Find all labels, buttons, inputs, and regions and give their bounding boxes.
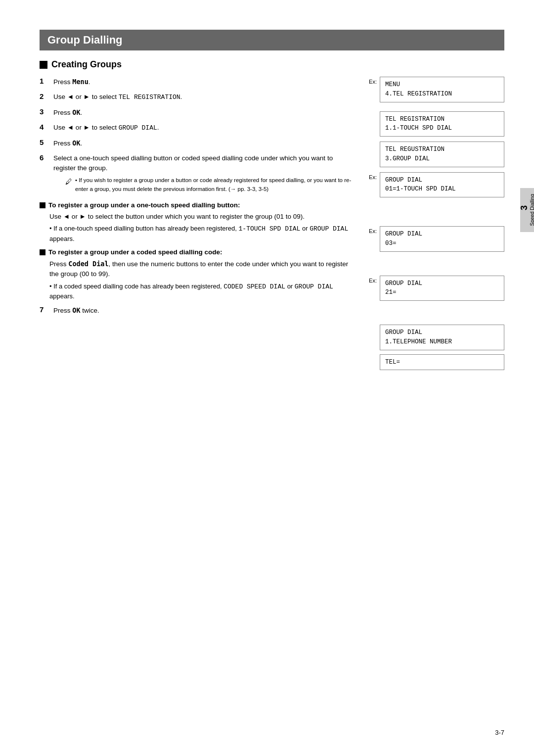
- lcd-3-row: TEL REGUSTRATION 3.GROUP DIAL: [380, 142, 504, 167]
- step-5: 5 Press OK.: [40, 138, 356, 148]
- step-7-content: Press OK twice.: [53, 305, 356, 316]
- note-text: • If you wish to register a group under …: [75, 176, 356, 193]
- subsection-2-code-1: CODED SPEED DIAL: [223, 283, 285, 290]
- step-6-text: Select a one-touch speed dialling button…: [53, 154, 333, 172]
- step-6-content: Select a one-touch speed dialling button…: [53, 153, 356, 196]
- step-2-code: TEL REGISTRATION: [119, 94, 180, 101]
- chapter-tab: 3 Speed Dialling: [520, 188, 534, 232]
- subsection-2-title: To register a group under a coded speed …: [48, 248, 222, 256]
- sub-square-2-icon: [40, 249, 45, 255]
- subsection-2-bullet: If a coded speed dialling code has alrea…: [49, 282, 356, 301]
- lcd-8-row: TEL=: [380, 354, 504, 371]
- step-4: 4 Use ◄ or ► to select GROUP DIAL.: [40, 123, 356, 133]
- lcd-ex-row-5: Ex: GROUP DIAL 03=: [366, 226, 504, 256]
- spacer-3: [366, 310, 504, 325]
- lcd-1-ex-label: Ex:: [366, 77, 377, 85]
- step-7: 7 Press OK twice.: [40, 305, 356, 316]
- subsection-1-code-1: 1-TOUCH SPD DIAL: [239, 225, 301, 233]
- step-3-content: Press OK.: [53, 107, 356, 118]
- chapter-label: Speed Dialling: [530, 194, 534, 226]
- step-4-content: Use ◄ or ► to select GROUP DIAL.: [53, 123, 356, 133]
- lcd-4-box: GROUP DIAL 01=1-TOUCH SPD DIAL: [380, 172, 504, 202]
- right-column: Ex: MENU 4.TEL REGISTRATION TEL REGISTRA…: [366, 77, 504, 375]
- lcd-2-row: TEL REGISTRATION 1.1-TOUCH SPD DIAL: [380, 111, 504, 137]
- lcd-5-ex-label: Ex:: [366, 226, 377, 234]
- lcd-2-display: TEL REGISTRATION 1.1-TOUCH SPD DIAL: [380, 111, 504, 137]
- step-3-bold: OK: [72, 108, 80, 116]
- step-4-number: 4: [40, 123, 51, 131]
- sub-square-1-icon: [40, 202, 45, 208]
- step-2-number: 2: [40, 92, 51, 100]
- subsection-2-header: To register a group under a coded speed …: [40, 248, 356, 256]
- page: 3 Speed Dialling Group Dialling Creating…: [0, 0, 534, 756]
- step-7-text: Press OK twice.: [53, 307, 99, 314]
- section-title: Creating Groups: [40, 59, 504, 70]
- section-square-icon: [40, 61, 47, 69]
- subsection-1-bullet: If a one-touch speed dialling button has…: [49, 224, 356, 243]
- lcd-1-box: MENU 4.TEL REGISTRATION: [380, 77, 504, 106]
- step-5-content: Press OK.: [53, 138, 356, 148]
- lcd-6-ex-label: Ex:: [366, 276, 377, 284]
- lcd-7-display: GROUP DIAL 1.TELEPHONE NUMBER: [380, 325, 504, 350]
- step-3-text: Press OK.: [53, 109, 82, 116]
- step-7-bold: OK: [72, 306, 80, 314]
- spacer-1: [366, 206, 504, 226]
- step-1-text: Press Menu.: [53, 78, 90, 86]
- lcd-1-display: MENU 4.TEL REGISTRATION: [380, 77, 504, 102]
- step-5-text: Press OK.: [53, 140, 82, 147]
- step-4-code: GROUP DIAL: [119, 124, 157, 132]
- left-column: 1 Press Menu. 2 Use ◄ or ► to select TEL…: [40, 77, 356, 375]
- lcd-ex-row-1: Ex: MENU 4.TEL REGISTRATION: [366, 77, 504, 106]
- step-2: 2 Use ◄ or ► to select TEL REGISTRATION.: [40, 92, 356, 102]
- lcd-4-ex-label: Ex:: [366, 172, 377, 180]
- step-3: 3 Press OK.: [40, 107, 356, 118]
- subsection-1-title: To register a group under a one-touch sp…: [48, 201, 240, 209]
- subsection-2-bold: Coded Dial: [68, 260, 108, 268]
- note-icon: 🖊: [65, 177, 72, 187]
- subsection-2-text: Press Coded Dial, then use the numeric b…: [49, 259, 356, 280]
- lcd-7-row: GROUP DIAL 1.TELEPHONE NUMBER: [380, 325, 504, 350]
- step-1: 1 Press Menu.: [40, 77, 356, 87]
- content-area: 1 Press Menu. 2 Use ◄ or ► to select TEL…: [40, 77, 504, 375]
- lcd-4-display: GROUP DIAL 01=1-TOUCH SPD DIAL: [380, 172, 504, 198]
- step-2-content: Use ◄ or ► to select TEL REGISTRATION.: [53, 92, 356, 102]
- step-1-number: 1: [40, 77, 51, 85]
- lcd-6-box: GROUP DIAL 21=: [380, 276, 504, 305]
- step-6-note: 🖊 • If you wish to register a group unde…: [65, 176, 356, 193]
- lcd-5-box: GROUP DIAL 03=: [380, 226, 504, 256]
- spacer-2: [366, 261, 504, 276]
- step-3-number: 3: [40, 107, 51, 116]
- main-title: Group Dialling: [40, 30, 504, 50]
- step-1-content: Press Menu.: [53, 77, 356, 87]
- step-7-number: 7: [40, 305, 51, 314]
- step-6-number: 6: [40, 153, 51, 162]
- lcd-ex-row-6: Ex: GROUP DIAL 21=: [366, 276, 504, 305]
- lcd-5-display: GROUP DIAL 03=: [380, 226, 504, 252]
- section-title-text: Creating Groups: [51, 59, 122, 70]
- page-number: 3-7: [495, 729, 504, 736]
- step-6: 6 Select a one-touch speed dialling butt…: [40, 153, 356, 196]
- step-2-text: Use ◄ or ► to select TEL REGISTRATION.: [53, 93, 182, 100]
- step-1-bold: Menu: [72, 78, 89, 86]
- lcd-3-display: TEL REGUSTRATION 3.GROUP DIAL: [380, 142, 504, 167]
- step-5-bold: OK: [72, 139, 80, 147]
- lcd-8-display: TEL=: [380, 354, 504, 371]
- subsection-1-header: To register a group under a one-touch sp…: [40, 201, 356, 209]
- subsection-1-code-2: GROUP DIAL: [310, 225, 348, 233]
- subsection-2-code-2: GROUP DIAL: [295, 283, 333, 290]
- lcd-ex-row-4: Ex: GROUP DIAL 01=1-TOUCH SPD DIAL: [366, 172, 504, 202]
- step-4-text: Use ◄ or ► to select GROUP DIAL.: [53, 124, 159, 131]
- chapter-number: 3: [519, 205, 530, 210]
- subsection-1-text: Use ◄ or ► to select the button under wh…: [49, 212, 356, 222]
- step-5-number: 5: [40, 138, 51, 146]
- lcd-6-display: GROUP DIAL 21=: [380, 276, 504, 301]
